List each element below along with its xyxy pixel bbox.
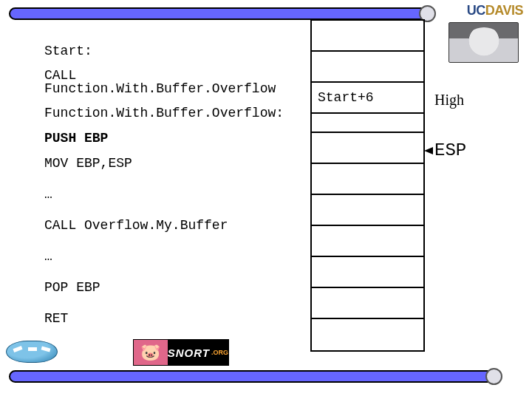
- logo-davis: DAVIS: [485, 3, 523, 18]
- stack-cell: [312, 257, 423, 288]
- stack-cell: [312, 319, 423, 350]
- stack-cell: [312, 164, 423, 195]
- bottom-bar-end-ball: [485, 368, 502, 385]
- esp-arrow-icon: [424, 147, 433, 154]
- code-line-highlight: PUSH EBP: [44, 129, 310, 148]
- stack-cell: [312, 195, 423, 226]
- code-line: …: [44, 241, 310, 272]
- code-line: MOV EBP,ESP: [44, 148, 310, 179]
- annotation-esp: ESP: [434, 140, 516, 160]
- stack-cell: [312, 133, 423, 164]
- snort-text: SNORT .ORG: [168, 340, 228, 365]
- decorative-planet-image: [449, 22, 519, 63]
- pig-icon: 🐷: [134, 340, 168, 365]
- stack-cell: Start+6: [312, 83, 423, 114]
- stack-cell: [312, 52, 423, 83]
- title-bar: [9, 7, 430, 20]
- code-line: RET: [44, 303, 310, 334]
- assembly-code-column: Start: CALL Function.With.Buffer.Overflo…: [44, 35, 310, 334]
- stack-diagram: Start+6: [310, 19, 425, 352]
- code-line: …: [44, 179, 310, 210]
- logo-uc: UC: [467, 3, 485, 18]
- stack-cell: [312, 21, 423, 52]
- stack-cell: [312, 288, 423, 319]
- code-line: Function.With.Buffer.Overflow:: [44, 98, 310, 129]
- router-icon: [6, 335, 58, 368]
- snort-org: .ORG: [211, 349, 228, 356]
- code-line: POP EBP: [44, 272, 310, 303]
- stack-cell: [312, 114, 423, 133]
- stack-cell: [312, 226, 423, 257]
- snort-logo: 🐷 SNORT .ORG: [133, 339, 229, 366]
- code-line: CALL Overflow.My.Buffer: [44, 210, 310, 241]
- code-line: Start:: [44, 35, 310, 66]
- ucdavis-logo: UCDAVIS: [467, 3, 523, 18]
- code-line: CALL Function.With.Buffer.Overflow: [44, 66, 310, 98]
- annotation-high: High: [434, 92, 516, 109]
- snort-label: SNORT: [168, 347, 210, 359]
- bottom-bar: [9, 370, 497, 383]
